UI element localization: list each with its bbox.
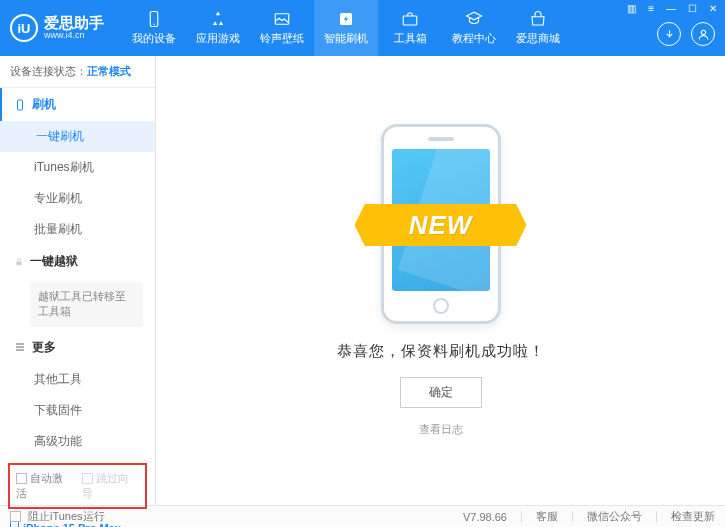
sidebar-section-jailbreak: 一键越狱 bbox=[0, 245, 155, 278]
view-log-link[interactable]: 查看日志 bbox=[419, 422, 463, 437]
footer-check-update[interactable]: 检查更新 bbox=[671, 509, 715, 524]
jailbreak-moved-notice[interactable]: 越狱工具已转移至工具箱 bbox=[30, 282, 143, 327]
minimize-icon[interactable]: — bbox=[664, 3, 678, 14]
apps-icon bbox=[209, 10, 227, 28]
new-ribbon: NEW bbox=[355, 204, 527, 246]
menu-icon[interactable]: ≡ bbox=[646, 3, 656, 14]
sidebar-item-oneclick-flash[interactable]: 一键刷机 bbox=[0, 121, 155, 152]
ok-button[interactable]: 确定 bbox=[400, 377, 482, 408]
close-icon[interactable]: ✕ bbox=[707, 3, 719, 14]
phone-small-icon bbox=[14, 98, 26, 112]
nav-label: 我的设备 bbox=[132, 31, 176, 46]
nav-label: 爱思商城 bbox=[516, 31, 560, 46]
image-icon bbox=[273, 10, 291, 28]
sidebar-item-itunes-flash[interactable]: iTunes刷机 bbox=[0, 152, 155, 183]
svg-rect-6 bbox=[18, 100, 23, 110]
svg-rect-7 bbox=[17, 261, 22, 265]
top-nav: 我的设备 应用游戏 铃声壁纸 智能刷机 工具箱 教程中心 爱思商城 bbox=[122, 0, 570, 56]
title-bar: iU 爱思助手 www.i4.cn 我的设备 应用游戏 铃声壁纸 智能刷机 工具… bbox=[0, 0, 725, 56]
sidebar-item-download-firmware[interactable]: 下载固件 bbox=[0, 395, 155, 426]
skin-icon[interactable]: ▥ bbox=[625, 3, 638, 14]
sidebar-item-other-tools[interactable]: 其他工具 bbox=[0, 364, 155, 395]
footer-support[interactable]: 客服 bbox=[536, 509, 558, 524]
nav-label: 铃声壁纸 bbox=[260, 31, 304, 46]
nav-toolbox[interactable]: 工具箱 bbox=[378, 0, 442, 56]
nav-label: 教程中心 bbox=[452, 31, 496, 46]
sidebar-item-advanced[interactable]: 高级功能 bbox=[0, 426, 155, 457]
sidebar-section-more[interactable]: 更多 bbox=[0, 331, 155, 364]
nav-smart-flash[interactable]: 智能刷机 bbox=[314, 0, 378, 56]
brand: iU 爱思助手 www.i4.cn bbox=[0, 14, 114, 42]
flash-icon bbox=[337, 10, 355, 28]
svg-rect-4 bbox=[403, 16, 417, 25]
device-status: 设备连接状态：正常模式 bbox=[0, 56, 155, 88]
nav-my-device[interactable]: 我的设备 bbox=[122, 0, 186, 56]
window-controls: ▥ ≡ — ☐ ✕ bbox=[625, 3, 719, 14]
skip-setup-checkbox: 跳过向导 bbox=[82, 471, 140, 501]
store-icon bbox=[529, 10, 547, 28]
brand-title: 爱思助手 bbox=[44, 15, 104, 32]
section-label: 刷机 bbox=[32, 96, 56, 113]
footer-wechat[interactable]: 微信公众号 bbox=[587, 509, 642, 524]
graduation-icon bbox=[465, 10, 483, 28]
nav-store[interactable]: 爱思商城 bbox=[506, 0, 570, 56]
block-itunes-checkbox[interactable]: 阻止iTunes运行 bbox=[10, 509, 105, 524]
section-label: 更多 bbox=[32, 339, 56, 356]
toolbox-icon bbox=[401, 10, 419, 28]
nav-label: 智能刷机 bbox=[324, 31, 368, 46]
user-button[interactable] bbox=[691, 22, 715, 46]
nav-tutorials[interactable]: 教程中心 bbox=[442, 0, 506, 56]
phone-illustration: NEW bbox=[381, 124, 501, 324]
flash-options-highlighted: 自动激活 跳过向导 bbox=[8, 463, 147, 509]
success-message: 恭喜您，保资料刷机成功啦！ bbox=[337, 342, 545, 361]
list-icon bbox=[14, 341, 26, 353]
sidebar-item-batch-flash[interactable]: 批量刷机 bbox=[0, 214, 155, 245]
svg-point-1 bbox=[153, 24, 155, 26]
section-label: 一键越狱 bbox=[30, 253, 78, 270]
sidebar-section-flash[interactable]: 刷机 bbox=[0, 88, 155, 121]
sidebar: 设备连接状态：正常模式 刷机 一键刷机 iTunes刷机 专业刷机 批量刷机 一… bbox=[0, 56, 156, 505]
brand-url: www.i4.cn bbox=[44, 31, 104, 41]
sidebar-item-pro-flash[interactable]: 专业刷机 bbox=[0, 183, 155, 214]
nav-label: 应用游戏 bbox=[196, 31, 240, 46]
nav-apps-games[interactable]: 应用游戏 bbox=[186, 0, 250, 56]
maximize-icon[interactable]: ☐ bbox=[686, 3, 699, 14]
version-label: V7.98.66 bbox=[463, 511, 507, 523]
lock-icon bbox=[14, 257, 24, 267]
phone-icon bbox=[145, 10, 163, 28]
brand-logo-icon: iU bbox=[10, 14, 38, 42]
download-button[interactable] bbox=[657, 22, 681, 46]
main-content: NEW 恭喜您，保资料刷机成功啦！ 确定 查看日志 bbox=[156, 56, 725, 505]
svg-point-5 bbox=[701, 30, 705, 34]
nav-label: 工具箱 bbox=[394, 31, 427, 46]
nav-ringtones[interactable]: 铃声壁纸 bbox=[250, 0, 314, 56]
auto-activate-checkbox[interactable]: 自动激活 bbox=[16, 471, 74, 501]
